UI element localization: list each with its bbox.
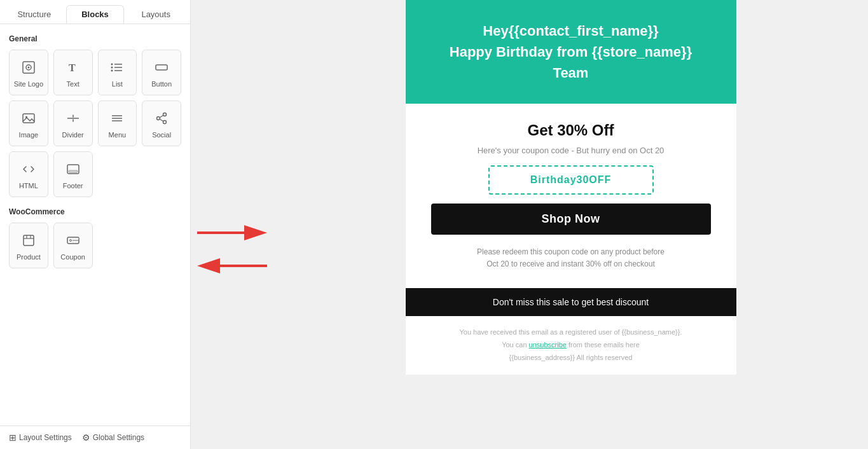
social-icon [155, 111, 169, 127]
html-icon [22, 162, 36, 178]
text-icon: T [66, 60, 80, 76]
menu-icon [110, 111, 124, 127]
social-label: Social [152, 131, 171, 139]
block-image[interactable]: Image [9, 100, 48, 146]
discount-heading: Get 30% Off [431, 121, 711, 139]
email-header-text: Hey{{contact_first_name}} Happy Birthday… [431, 20, 711, 83]
product-icon [22, 233, 36, 249]
unsubscribe-link[interactable]: unsubscribe [529, 341, 567, 349]
menu-label: Menu [109, 131, 127, 139]
svg-point-11 [111, 66, 113, 68]
button-icon [155, 60, 169, 76]
block-text[interactable]: T Text [53, 50, 93, 95]
svg-marker-34 [244, 225, 267, 240]
block-list[interactable]: List [98, 50, 137, 95]
coupon-icon [66, 233, 80, 249]
coupon-label: Coupon [60, 253, 85, 261]
text-label: Text [67, 80, 79, 88]
sidebar-content: General Site Logo T [0, 24, 190, 425]
product-label: Product [17, 253, 41, 261]
divider-icon [66, 111, 80, 127]
sidebar-tabs: Structure Blocks Layouts [0, 0, 190, 24]
block-html[interactable]: HTML [9, 151, 48, 197]
sidebar-footer: ⊞ Layout Settings ⚙ Global Settings [0, 425, 190, 449]
shop-now-button[interactable]: Shop Now [431, 204, 711, 235]
svg-point-21 [163, 113, 167, 116]
list-label: List [112, 80, 123, 88]
svg-point-20 [157, 116, 160, 120]
footer-line1: You have received this email as a regist… [418, 326, 724, 339]
block-menu[interactable]: Menu [98, 100, 137, 146]
site-logo-label: Site Logo [14, 80, 43, 88]
tab-layouts[interactable]: Layouts [127, 5, 185, 24]
block-product[interactable]: Product [9, 223, 48, 268]
arrow-right-svg [197, 221, 267, 244]
svg-rect-14 [23, 114, 34, 123]
site-logo-icon [22, 60, 36, 76]
global-settings-label: Global Settings [93, 433, 144, 442]
image-icon [22, 111, 36, 127]
svg-rect-27 [24, 235, 34, 245]
block-divider[interactable]: Divider [53, 100, 93, 146]
list-icon [110, 60, 124, 76]
svg-point-2 [27, 66, 29, 68]
block-site-logo[interactable]: Site Logo [9, 50, 48, 95]
svg-marker-36 [197, 258, 220, 273]
svg-text:T: T [69, 62, 76, 73]
footer-icon [66, 162, 80, 178]
svg-rect-13 [156, 65, 167, 70]
button-label: Button [151, 80, 172, 88]
block-button[interactable]: Button [142, 50, 181, 95]
woocommerce-section-title: WooCommerce [9, 207, 181, 216]
layout-settings-button[interactable]: ⊞ Layout Settings [9, 432, 72, 443]
svg-rect-26 [69, 170, 78, 172]
canvas-area: Hey{{contact_first_name}} Happy Birthday… [273, 0, 868, 449]
email-header: Hey{{contact_first_name}} Happy Birthday… [406, 0, 736, 104]
svg-point-29 [69, 239, 71, 241]
divider-label: Divider [62, 131, 84, 139]
email-preview: Hey{{contact_first_name}} Happy Birthday… [406, 0, 736, 375]
coupon-code-box: Birthday30OFF [488, 165, 654, 195]
global-settings-button[interactable]: ⚙ Global Settings [82, 432, 144, 443]
svg-point-22 [163, 120, 167, 123]
block-footer[interactable]: Footer [53, 151, 93, 197]
email-footer: You have received this email as a regist… [406, 316, 736, 374]
global-settings-icon: ⚙ [82, 432, 90, 443]
email-banner: Don't miss this sale to get best discoun… [406, 288, 736, 316]
block-social[interactable]: Social [142, 100, 181, 146]
general-blocks-grid: Site Logo T Text [9, 50, 181, 197]
svg-point-10 [111, 63, 113, 65]
arrows-area [191, 0, 273, 449]
svg-line-24 [160, 119, 163, 121]
image-label: Image [19, 131, 39, 139]
arrow-left-svg [197, 254, 267, 277]
sidebar: Structure Blocks Layouts General Site Lo… [0, 0, 191, 449]
tab-blocks[interactable]: Blocks [66, 5, 125, 24]
svg-line-23 [160, 115, 163, 118]
layout-settings-label: Layout Settings [19, 433, 72, 442]
redeem-text: Please redeem this coupon code on any pr… [431, 246, 711, 270]
footer-label: Footer [63, 182, 83, 190]
block-coupon[interactable]: Coupon [53, 223, 93, 268]
svg-point-12 [111, 69, 113, 71]
footer-line3: {{business_address}} All rights reserved [418, 352, 724, 364]
email-body: Get 30% Off Here's your coupon code - Bu… [406, 104, 736, 288]
coupon-subtitle: Here's your coupon code - But hurry end … [431, 146, 711, 155]
woocommerce-blocks-grid: Product Coupon [9, 223, 181, 268]
html-label: HTML [19, 182, 38, 190]
layout-settings-icon: ⊞ [9, 432, 17, 443]
general-section-title: General [9, 34, 181, 43]
tab-structure[interactable]: Structure [5, 5, 64, 24]
footer-line2: You can unsubscribe from these emails he… [418, 339, 724, 352]
